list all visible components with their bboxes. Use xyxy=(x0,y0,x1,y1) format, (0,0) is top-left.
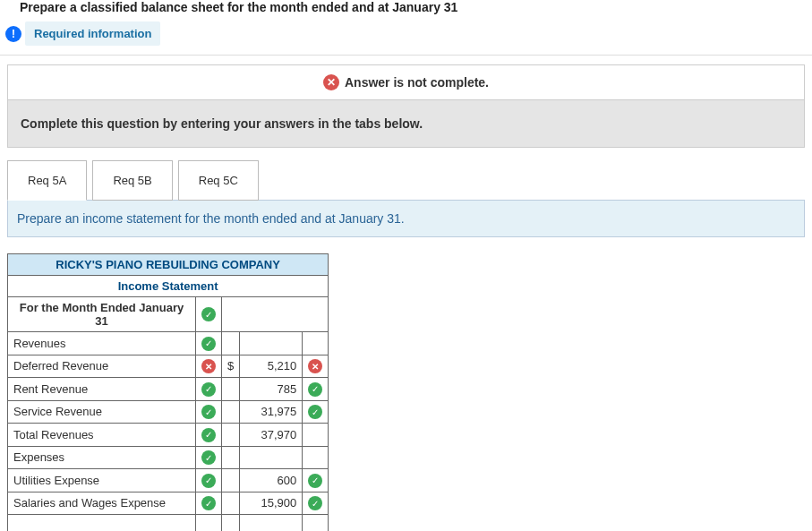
top-bar: ! Required information xyxy=(0,18,812,56)
answer-status-alert: ✕ Answer is not complete. xyxy=(7,64,805,100)
check-icon: ✓ xyxy=(308,382,322,397)
check-icon: ✓ xyxy=(308,405,322,419)
statement-title: Income Statement xyxy=(8,276,329,297)
period-mark: ✓ xyxy=(196,297,222,332)
expenses-header[interactable]: Expenses xyxy=(8,446,196,469)
check-icon: ✓ xyxy=(201,496,216,510)
revenues-header[interactable]: Revenues xyxy=(8,332,196,355)
check-icon: ✓ xyxy=(201,307,216,321)
check-icon: ✓ xyxy=(201,382,216,397)
salaries-expense-label[interactable]: Salaries and Wages Expense xyxy=(8,492,196,515)
salaries-expense-value[interactable]: 15,900 xyxy=(240,492,303,515)
total-revenues-value: 37,970 xyxy=(240,424,303,447)
check-icon: ✓ xyxy=(308,496,322,510)
tab-req-5b[interactable]: Req 5B xyxy=(92,160,172,201)
deferred-revenue-label[interactable]: Deferred Revenue xyxy=(8,355,196,378)
deferred-revenue-value[interactable]: 5,210 xyxy=(240,355,303,378)
truncated-heading: Prepare a classified balance sheet for t… xyxy=(20,0,812,14)
info-icon: ! xyxy=(5,26,21,42)
service-revenue-value[interactable]: 31,975 xyxy=(240,400,303,424)
utilities-expense-value[interactable]: 600 xyxy=(240,469,303,492)
check-icon: ✓ xyxy=(308,474,322,488)
utilities-expense-label[interactable]: Utilities Expense xyxy=(8,469,196,492)
service-revenue-label[interactable]: Service Revenue xyxy=(8,400,196,424)
period-label[interactable]: For the Month Ended January 31 xyxy=(8,297,196,332)
income-statement-table: RICKY'S PIANO REBUILDING COMPANY Income … xyxy=(7,253,329,531)
tab-req-5c[interactable]: Req 5C xyxy=(178,160,259,201)
instruction-text: Complete this question by entering your … xyxy=(7,100,805,148)
tab-req-5a[interactable]: Req 5A xyxy=(7,160,87,201)
cross-icon: ✕ xyxy=(308,359,322,373)
rent-revenue-value[interactable]: 785 xyxy=(240,378,303,401)
check-icon: ✓ xyxy=(201,450,216,465)
required-information-button[interactable]: Required information xyxy=(25,21,160,46)
company-name: RICKY'S PIANO REBUILDING COMPANY xyxy=(8,254,329,276)
rent-revenue-label[interactable]: Rent Revenue xyxy=(8,378,196,401)
total-revenues-label: Total Revenues xyxy=(8,424,196,447)
check-icon: ✓ xyxy=(201,405,216,419)
error-icon: ✕ xyxy=(323,74,339,90)
tabs: Req 5A Req 5B Req 5C xyxy=(7,160,805,201)
blank-row[interactable] xyxy=(8,515,196,532)
alert-text: Answer is not complete. xyxy=(345,75,489,90)
check-icon: ✓ xyxy=(201,474,216,488)
cross-icon: ✕ xyxy=(201,359,216,373)
currency-symbol: $ xyxy=(222,355,240,378)
check-icon: ✓ xyxy=(201,428,216,442)
question-prompt: Prepare an income statement for the mont… xyxy=(7,200,805,237)
check-icon: ✓ xyxy=(201,337,216,351)
